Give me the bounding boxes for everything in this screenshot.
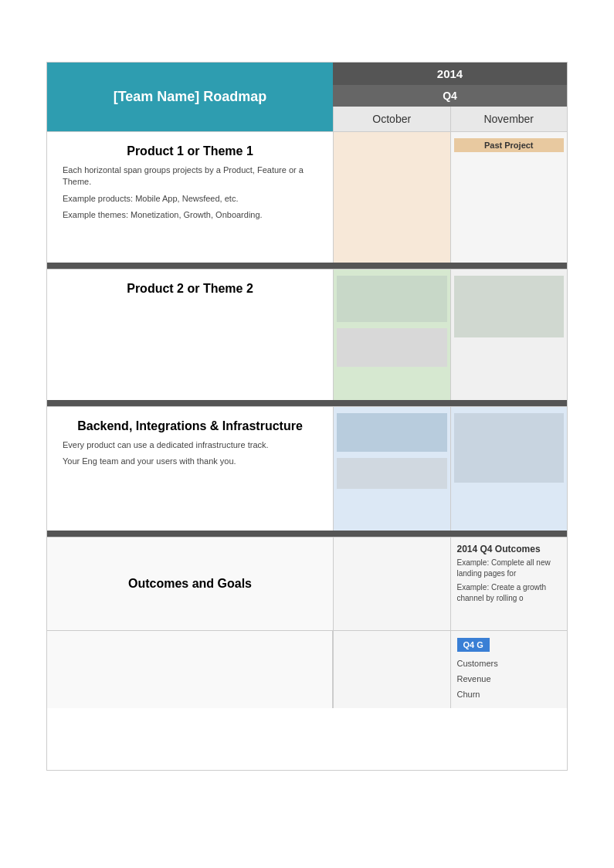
backend-label: Backend, Integrations & Infrastructure E… (47, 407, 333, 531)
goals-label-empty (47, 631, 333, 708)
product2-section: Product 2 or Theme 2 (47, 269, 567, 400)
outcomes-text1: Example: Complete all new landing pages … (457, 558, 561, 579)
year-label: 2014 (437, 67, 463, 80)
team-name-label: [Team Name] Roadmap (114, 89, 267, 105)
backend-col1 (333, 407, 450, 531)
outcomes-2014-title: 2014 Q4 Outcomes (457, 544, 561, 554)
product1-label: Product 1 or Theme 1 Each horizontal spa… (47, 132, 333, 263)
product1-title: Product 1 or Theme 1 (63, 144, 317, 158)
goals-col2: Q4 G Customers Revenue Churn (450, 631, 568, 708)
backend-desc1: Every product can use a dedicated infras… (63, 439, 317, 451)
team-name-cell: [Team Name] Roadmap (47, 63, 333, 131)
goal-revenue: Revenue (457, 672, 561, 687)
months-row: October November (333, 107, 567, 131)
product2-title: Product 2 or Theme 2 (63, 282, 317, 296)
outcomes-label: Outcomes and Goals (47, 537, 333, 630)
outcomes-section: Outcomes and Goals 2014 Q4 Outcomes Exam… (47, 537, 567, 630)
divider-1 (47, 263, 567, 269)
right-header: 2014 Q4 October November (333, 63, 567, 131)
product2-col1 (333, 270, 450, 400)
goals-section: Q4 G Customers Revenue Churn (47, 630, 567, 708)
product2-bar3 (454, 276, 565, 337)
outcomes-col2: 2014 Q4 Outcomes Example: Complete all n… (450, 537, 568, 630)
quarter-label: Q4 (443, 90, 457, 102)
backend-title: Backend, Integrations & Infrastructure (63, 419, 317, 433)
month-november: November (450, 107, 568, 131)
backend-bar2 (337, 458, 447, 489)
product1-desc1: Each horizontal span groups projects by … (63, 164, 317, 188)
backend-section: Backend, Integrations & Infrastructure E… (47, 406, 567, 531)
backend-desc2: Your Eng team and your users with thank … (63, 456, 317, 467)
product1-col1 (333, 132, 450, 263)
backend-bar1 (337, 413, 447, 452)
product2-col2 (450, 270, 568, 400)
backend-bar3 (454, 413, 565, 483)
quarter-cell: Q4 (333, 85, 567, 107)
spacer (47, 708, 567, 770)
product2-bar2 (337, 328, 447, 367)
product2-label: Product 2 or Theme 2 (47, 270, 333, 400)
outcomes-col1 (333, 537, 450, 630)
roadmap-container: [Team Name] Roadmap 2014 Q4 October Nove… (46, 62, 568, 771)
product1-col2: Past Project (450, 132, 568, 263)
outcomes-text2: Example: Create a growth channel by roll… (457, 582, 561, 604)
product2-bar1 (337, 276, 447, 322)
month-october: October (333, 107, 450, 131)
goals-list: Customers Revenue Churn (457, 656, 561, 702)
goal-customers: Customers (457, 656, 561, 672)
goals-col1 (333, 631, 450, 708)
product1-section: Product 1 or Theme 1 Each horizontal spa… (47, 131, 567, 263)
year-cell: 2014 (333, 63, 567, 85)
product1-desc2: Example products: Mobile App, Newsfeed, … (63, 193, 317, 205)
q4-goals-badge: Q4 G (457, 638, 490, 652)
divider-2 (47, 400, 567, 406)
backend-col2 (450, 407, 568, 531)
past-project-badge: Past Project (454, 138, 565, 152)
header-row: [Team Name] Roadmap 2014 Q4 October Nove… (47, 63, 567, 131)
divider-3 (47, 531, 567, 537)
product1-desc3: Example themes: Monetization, Growth, On… (63, 209, 317, 221)
goal-churn: Churn (457, 687, 561, 703)
outcomes-title-label: Outcomes and Goals (128, 577, 252, 591)
